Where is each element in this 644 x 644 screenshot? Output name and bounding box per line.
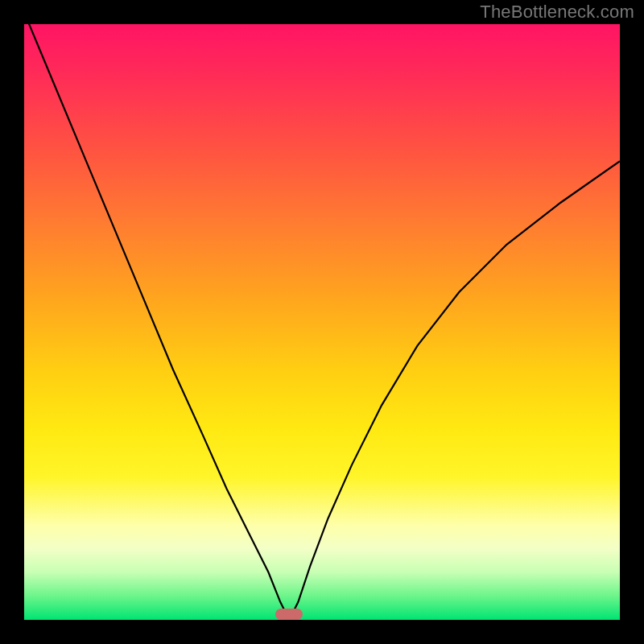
watermark-text: TheBottleneck.com [480,2,634,23]
chart-frame: TheBottleneck.com [0,0,644,644]
curve-path [24,24,620,620]
plot-area [24,24,620,620]
bottleneck-curve [24,24,620,620]
optimum-marker [275,609,303,620]
